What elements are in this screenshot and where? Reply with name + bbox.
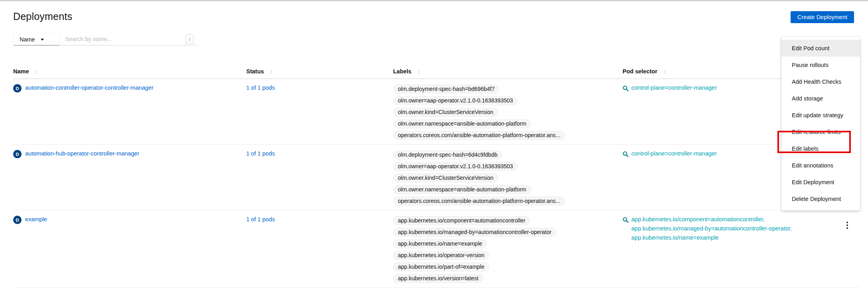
sort-icon[interactable]: ↕ <box>35 68 38 75</box>
page-title: Deployments <box>13 11 855 22</box>
pod-selector-link[interactable]: app.kubernetes.io/managed-by=automationc… <box>631 225 792 232</box>
deployments-table: Name ↕ Status ↕ Labels ↕ Pod selector ↕ … <box>13 68 860 288</box>
label-pill: app.kubernetes.io/operator-version <box>393 251 489 260</box>
label-pill: olm.deployment-spec-hash=bd696b4f7 <box>393 85 499 94</box>
table-row: D automation-controller-operator-control… <box>13 79 860 145</box>
filter-type-dropdown[interactable]: Name <box>13 33 60 45</box>
search-icon <box>623 217 629 223</box>
pod-status-link[interactable]: 1 of 1 pods <box>246 150 275 157</box>
deployment-name-link[interactable]: automation-controller-operator-controlle… <box>25 85 154 91</box>
label-pill: app.kubernetes.io/component=automationco… <box>393 216 530 225</box>
menu-item-add-health-checks[interactable]: Add Health Checks <box>781 73 860 90</box>
deployment-name-link[interactable]: example <box>25 216 47 222</box>
menu-item-edit-annotations[interactable]: Edit annotations <box>781 157 860 174</box>
actions-menu: Edit Pod countPause rolloutsAdd Health C… <box>781 37 860 211</box>
filter-toolbar: Name / <box>13 33 197 45</box>
label-pill: olm.owner.namespace=ansible-automation-p… <box>393 119 531 128</box>
table-body: D automation-controller-operator-control… <box>13 79 860 288</box>
search-icon <box>623 151 629 157</box>
label-pill: app.kubernetes.io/version=latest <box>393 274 483 283</box>
row-actions <box>838 211 860 287</box>
label-pill: olm.owner=aap-operator.v2.1.0-0.16383935… <box>393 162 518 171</box>
search-icon <box>623 85 629 91</box>
deployment-kind-badge: D <box>13 84 22 92</box>
menu-item-edit-update-strategy[interactable]: Edit update strategy <box>781 107 860 124</box>
filter-type-dropdown-label: Name <box>20 36 35 43</box>
label-pill: operators.coreos.com/ansible-automation-… <box>393 131 565 140</box>
menu-item-edit-resource-limits[interactable]: Edit resource limits <box>781 124 860 140</box>
deployment-kind-badge: D <box>13 150 22 158</box>
label-pill: olm.deployment-spec-hash=6d4c9fdbdb <box>393 150 502 159</box>
table-row: D example 1 of 1 pods app.kubernetes.io/… <box>13 211 860 288</box>
deployment-name-link[interactable]: automation-hub-operator-controller-manag… <box>25 150 139 157</box>
table-header-row: Name ↕ Status ↕ Labels ↕ Pod selector ↕ <box>13 68 860 79</box>
slash-shortcut-badge: / <box>186 34 194 44</box>
sort-icon[interactable]: ↕ <box>417 68 421 75</box>
menu-item-pause-rollouts[interactable]: Pause rollouts <box>781 57 860 73</box>
label-pill: operators.coreos.com/ansible-automation-… <box>393 197 565 206</box>
pod-status-link[interactable]: 1 of 1 pods <box>246 216 275 222</box>
label-pill: app.kubernetes.io/part-of=example <box>393 262 489 272</box>
pod-selector-links: control-plane=controller-manager <box>631 85 717 91</box>
sort-icon[interactable]: ↕ <box>663 68 666 75</box>
search-input[interactable] <box>65 36 186 42</box>
label-pill: olm.owner.namespace=ansible-automation-p… <box>393 185 531 194</box>
menu-item-delete-deployment[interactable]: Delete Deployment <box>781 191 860 207</box>
pod-status-link[interactable]: 1 of 1 pods <box>246 85 275 91</box>
menu-item-edit-deployment[interactable]: Edit Deployment <box>781 174 860 191</box>
pod-selector-links: control-plane=controller-manager <box>631 150 717 157</box>
caret-down-icon <box>41 39 44 41</box>
label-pill: app.kubernetes.io/managed-by=automationc… <box>393 228 556 237</box>
labels-list: app.kubernetes.io/component=automationco… <box>393 211 623 287</box>
pod-selector-link[interactable]: app.kubernetes.io/component=automationco… <box>631 216 792 222</box>
column-header-labels: Labels ↕ <box>393 68 623 75</box>
menu-item-edit-labels[interactable]: Edit labels <box>781 140 860 157</box>
label-pill: app.kubernetes.io/name=example <box>393 239 487 248</box>
deployment-kind-badge: D <box>13 216 22 224</box>
label-pill: olm.owner=aap-operator.v2.1.0-0.16383935… <box>393 96 518 105</box>
labels-list: olm.deployment-spec-hash=bd696b4f7olm.ow… <box>393 79 623 144</box>
pod-selector-links: app.kubernetes.io/component=automationco… <box>631 216 792 241</box>
sort-icon[interactable]: ↕ <box>270 68 273 75</box>
column-header-name: Name ↕ <box>13 68 246 75</box>
table-row: D automation-hub-operator-controller-man… <box>13 145 860 211</box>
pod-selector-link[interactable]: app.kubernetes.io/name=example <box>631 234 792 241</box>
label-pill: olm.owner.kind=ClusterServiceVersion <box>393 173 498 183</box>
menu-item-add-storage[interactable]: Add storage <box>781 90 860 107</box>
pod-selector-link[interactable]: control-plane=controller-manager <box>631 150 717 157</box>
labels-list: olm.deployment-spec-hash=6d4c9fdbdbolm.o… <box>393 145 623 210</box>
search-field: / <box>60 33 197 45</box>
column-header-status: Status ↕ <box>246 68 393 75</box>
pod-selector-link[interactable]: control-plane=controller-manager <box>631 85 717 91</box>
label-pill: olm.owner.kind=ClusterServiceVersion <box>393 108 498 117</box>
create-deployment-button[interactable]: Create Deployment <box>791 11 854 23</box>
page-header: Deployments Create Deployment <box>0 0 868 24</box>
menu-item-edit-pod-count[interactable]: Edit Pod count <box>781 40 860 57</box>
kebab-menu-button[interactable] <box>846 222 848 229</box>
